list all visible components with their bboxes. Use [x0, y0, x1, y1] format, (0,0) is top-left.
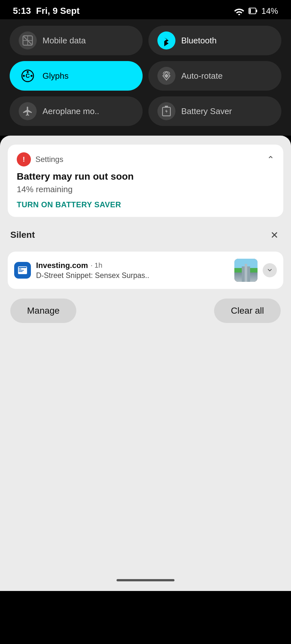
- status-bar: 5:13 Fri, 9 Sept 14%: [0, 0, 291, 19]
- silent-header: Silent ✕: [8, 223, 283, 246]
- svg-point-10: [23, 75, 25, 77]
- bluetooth-label: Bluetooth: [181, 36, 217, 46]
- battery-saver-icon: [162, 106, 171, 117]
- investing-app-name: Investing.com: [36, 261, 88, 270]
- battery-notif-title-row: ! Settings: [17, 152, 63, 166]
- tile-battery-saver[interactable]: Battery Saver: [148, 96, 281, 126]
- svg-rect-2: [256, 10, 257, 12]
- investing-notif-thumb: [234, 259, 258, 282]
- investing-app-icon: [14, 262, 31, 279]
- investing-notif-text: D-Street Snippet: Sensex Surpas..: [36, 271, 229, 280]
- auto-rotate-label: Auto-rotate: [181, 71, 223, 81]
- investing-notif-header: Investing.com · 1h: [36, 261, 229, 270]
- tile-bluetooth[interactable]: Bluetooth: [148, 26, 281, 55]
- tiles-grid: Mobile data Bluetooth C Gly: [10, 26, 281, 126]
- svg-rect-14: [165, 106, 168, 107]
- tile-auto-rotate[interactable]: Auto-rotate: [148, 61, 281, 91]
- home-indicator-area: [0, 569, 291, 591]
- svg-rect-19: [19, 271, 23, 272]
- aeroplane-label: Aeroplane mo..: [42, 106, 99, 116]
- silent-close-btn[interactable]: ✕: [268, 228, 281, 241]
- battery-saver-label: Battery Saver: [181, 106, 232, 116]
- aeroplane-icon: [22, 106, 33, 117]
- mobile-data-icon: [23, 35, 33, 46]
- mobile-data-label: Mobile data: [42, 36, 86, 46]
- svg-rect-17: [19, 269, 21, 269]
- bluetooth-icon: [162, 35, 171, 46]
- tile-glyphs[interactable]: C Glyphs: [10, 61, 143, 91]
- tile-aeroplane[interactable]: Aeroplane mo..: [10, 96, 143, 126]
- investing-notif-content: Investing.com · 1h D-Street Snippet: Sen…: [36, 261, 229, 280]
- battery-saver-action-btn[interactable]: TURN ON BATTERY SAVER: [17, 200, 274, 209]
- svg-point-11: [31, 75, 33, 77]
- glyph-icon: C: [21, 69, 35, 83]
- battery-icon: [249, 6, 258, 15]
- wifi-icon: [234, 7, 245, 15]
- quick-tiles-area: Mobile data Bluetooth C Gly: [0, 19, 291, 136]
- auto-rotate-icon: [161, 70, 172, 81]
- battery-notif-sub: 14% remaining: [17, 184, 274, 194]
- battery-notif-collapse[interactable]: ⌃: [267, 154, 274, 165]
- svg-text:C: C: [26, 73, 30, 79]
- battery-notif-header: ! Settings ⌃: [17, 152, 274, 166]
- settings-app-icon: !: [17, 152, 31, 166]
- svg-point-12: [27, 71, 29, 73]
- battery-notif-title: Battery may run out soon: [17, 171, 274, 182]
- bottom-buttons: Manage Clear all: [8, 295, 283, 329]
- svg-rect-16: [19, 267, 26, 268]
- investing-notif-item[interactable]: Investing.com · 1h D-Street Snippet: Sen…: [8, 252, 283, 289]
- notification-panel: ! Settings ⌃ Battery may run out soon 14…: [0, 136, 291, 569]
- tile-mobile-data[interactable]: Mobile data: [10, 26, 143, 55]
- status-time: 5:13: [13, 6, 31, 16]
- status-date: Fri, 9 Sept: [36, 6, 80, 16]
- auto-rotate-icon-wrap: [157, 67, 175, 85]
- manage-button[interactable]: Manage: [10, 299, 76, 323]
- svg-rect-3: [249, 9, 251, 13]
- mobile-data-icon-wrap: [19, 31, 37, 49]
- investing-notif-time: · 1h: [90, 261, 102, 270]
- glyph-icon-wrap: C: [19, 67, 37, 85]
- aeroplane-icon-wrap: [19, 102, 37, 120]
- glyphs-label: Glyphs: [42, 71, 69, 81]
- svg-point-0: [238, 14, 240, 15]
- battery-saver-icon-wrap: [157, 102, 175, 120]
- battery-percent: 14%: [261, 6, 278, 16]
- investing-notif-expand[interactable]: [263, 263, 277, 277]
- bluetooth-icon-wrap: [157, 31, 175, 49]
- silent-label: Silent: [10, 230, 35, 240]
- clear-all-button[interactable]: Clear all: [214, 299, 281, 323]
- empty-space: [8, 329, 283, 516]
- home-indicator: [117, 579, 174, 581]
- battery-notif-app-name: Settings: [35, 155, 63, 164]
- svg-rect-18: [19, 270, 24, 271]
- silent-section: Silent ✕: [8, 223, 283, 246]
- battery-notif-card: ! Settings ⌃ Battery may run out soon 14…: [8, 145, 283, 217]
